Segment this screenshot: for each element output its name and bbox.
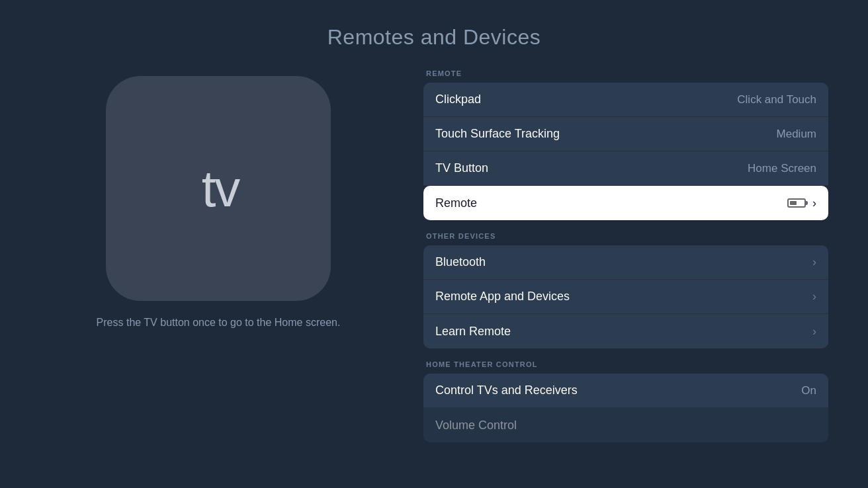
remote-rows-group: Clickpad Click and Touch Touch Surface T… — [423, 83, 828, 220]
clickpad-value: Click and Touch — [737, 93, 816, 106]
tv-button-value: Home Screen — [748, 162, 816, 175]
remote-row[interactable]: Remote › — [423, 186, 828, 220]
tv-text: tv — [202, 159, 239, 219]
remote-app-devices-row[interactable]: Remote App and Devices › — [423, 280, 828, 314]
bluetooth-label: Bluetooth — [435, 255, 486, 269]
battery-icon — [787, 198, 806, 208]
touch-surface-tracking-value: Medium — [777, 128, 816, 141]
learn-remote-chevron-icon: › — [812, 325, 816, 339]
home-theater-rows-group: Control TVs and Receivers On Volume Cont… — [423, 374, 828, 442]
clickpad-label: Clickpad — [435, 93, 481, 106]
remote-value: › — [787, 196, 816, 210]
learn-remote-row[interactable]: Learn Remote › — [423, 314, 828, 348]
home-theater-section-label: HOME THEATER CONTROL — [423, 360, 828, 368]
left-panel: tv Press the TV button once to go to the… — [40, 69, 397, 454]
right-panel: REMOTE Clickpad Click and Touch Touch Su… — [423, 69, 828, 454]
learn-remote-label: Learn Remote — [435, 325, 511, 339]
bluetooth-chevron-icon: › — [812, 255, 816, 269]
other-devices-section: OTHER DEVICES Bluetooth › Remote App and… — [423, 232, 828, 348]
remote-app-devices-chevron-icon: › — [812, 290, 816, 304]
caption-text: Press the TV button once to go to the Ho… — [97, 317, 341, 329]
other-devices-rows-group: Bluetooth › Remote App and Devices › Lea… — [423, 245, 828, 348]
bluetooth-row[interactable]: Bluetooth › — [423, 245, 828, 280]
apple-tv-device-image: tv — [106, 76, 331, 301]
tv-button-row[interactable]: TV Button Home Screen — [423, 151, 828, 186]
page-title: Remotes and Devices — [0, 0, 868, 50]
apple-tv-logo: tv — [198, 159, 239, 219]
control-tvs-receivers-value: On — [801, 384, 816, 397]
tv-button-label: TV Button — [435, 161, 488, 175]
volume-control-label: Volume Control — [435, 419, 517, 432]
battery-fill — [790, 201, 797, 205]
remote-section-label: REMOTE — [423, 69, 828, 77]
touch-surface-tracking-row[interactable]: Touch Surface Tracking Medium — [423, 117, 828, 151]
main-content: tv Press the TV button once to go to the… — [0, 69, 868, 454]
remote-app-devices-label: Remote App and Devices — [435, 290, 570, 304]
control-tvs-receivers-label: Control TVs and Receivers — [435, 384, 578, 397]
home-theater-section: HOME THEATER CONTROL Control TVs and Rec… — [423, 360, 828, 442]
battery-body — [787, 198, 806, 208]
remote-section: REMOTE Clickpad Click and Touch Touch Su… — [423, 69, 828, 220]
remote-chevron-icon: › — [812, 196, 816, 210]
touch-surface-tracking-label: Touch Surface Tracking — [435, 127, 560, 141]
volume-control-row[interactable]: Volume Control — [423, 408, 828, 442]
remote-label: Remote — [435, 196, 477, 210]
control-tvs-receivers-row[interactable]: Control TVs and Receivers On — [423, 374, 828, 408]
clickpad-row[interactable]: Clickpad Click and Touch — [423, 83, 828, 117]
other-devices-section-label: OTHER DEVICES — [423, 232, 828, 240]
